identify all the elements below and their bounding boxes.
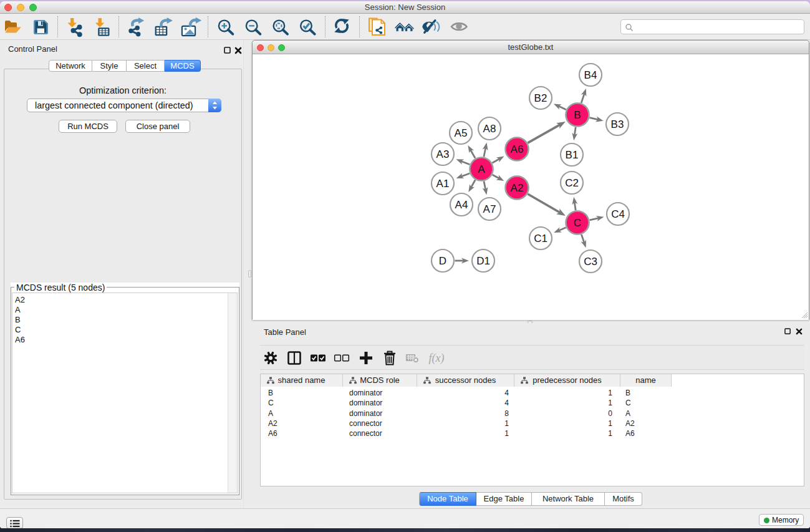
svg-text:C4: C4 — [611, 208, 625, 220]
svg-text:A7: A7 — [483, 203, 496, 215]
svg-text:C2: C2 — [565, 177, 579, 189]
svg-text:B3: B3 — [611, 118, 624, 130]
svg-text:B4: B4 — [584, 69, 597, 81]
svg-text:A3: A3 — [436, 148, 450, 160]
svg-text:A: A — [478, 163, 485, 175]
svg-text:C: C — [574, 217, 581, 229]
svg-text:A6: A6 — [511, 143, 524, 155]
svg-text:A4: A4 — [455, 199, 468, 211]
svg-text:A1: A1 — [436, 178, 450, 190]
svg-text:B: B — [574, 109, 581, 121]
svg-text:C3: C3 — [584, 256, 597, 268]
svg-text:B1: B1 — [566, 149, 579, 161]
svg-text:A8: A8 — [483, 123, 496, 135]
svg-text:C1: C1 — [534, 233, 547, 244]
svg-text:D: D — [439, 255, 446, 267]
svg-text:B2: B2 — [534, 92, 547, 104]
svg-text:A5: A5 — [455, 127, 468, 139]
svg-text:A2: A2 — [511, 182, 524, 194]
svg-text:D1: D1 — [476, 255, 490, 267]
